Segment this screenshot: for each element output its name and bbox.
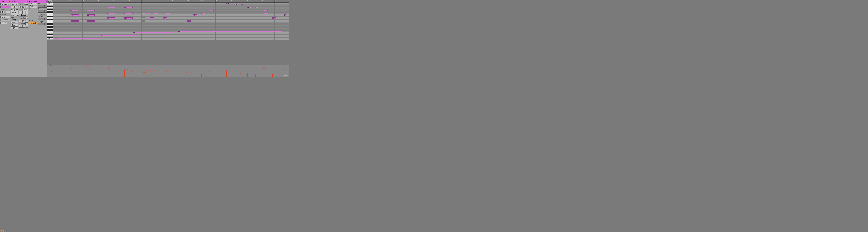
piano-key[interactable] (47, 32, 53, 34)
half-button[interactable]: :2 (11, 6, 14, 8)
velocity-head-icon[interactable] (166, 71, 167, 71)
velocity-head-icon[interactable] (124, 68, 125, 69)
piano-key[interactable] (47, 5, 53, 7)
linked-button[interactable]: Linked (29, 22, 37, 24)
midi-note[interactable]: B3 (235, 4, 238, 5)
sig-num[interactable]: 4 (0, 11, 4, 13)
env-param-dropdown[interactable]: Pitch Be (29, 6, 37, 8)
len-1[interactable]: 5 (19, 25, 22, 28)
pos-2[interactable]: 3 (22, 20, 25, 22)
env-loop-header[interactable]: Loop (38, 13, 47, 16)
pos-3[interactable]: 1 (26, 20, 29, 22)
midi-note[interactable]: B3 (241, 4, 243, 5)
midi-note[interactable]: E3 (71, 14, 79, 16)
velocity-head-icon[interactable] (89, 69, 90, 69)
velocity-head-icon[interactable] (255, 74, 256, 75)
velocity-head-icon[interactable] (201, 72, 202, 73)
notes-toggle-icon[interactable] (26, 1, 28, 2)
start-2[interactable]: 1 (22, 6, 25, 8)
end-1[interactable]: 7 (19, 11, 22, 14)
velocity-head-icon[interactable] (145, 72, 145, 73)
midi-note[interactable]: G3 (264, 10, 268, 11)
double-button[interactable]: *2 (15, 6, 19, 8)
midi-note[interactable]: C3 (187, 20, 191, 22)
velocity-head-icon[interactable] (264, 68, 265, 69)
piano-key[interactable] (47, 22, 53, 23)
midi-note[interactable] (142, 20, 145, 22)
velocity-marker[interactable] (71, 69, 71, 77)
midi-note[interactable]: D3 (272, 18, 276, 19)
midi-note[interactable]: C3 (87, 20, 95, 22)
velocity-head-icon[interactable] (226, 70, 227, 71)
end-set-button[interactable]: (Set) (23, 8, 28, 11)
nudge-left-button[interactable]: ≪ (0, 22, 4, 24)
velocity-marker[interactable] (110, 70, 110, 77)
midi-note[interactable]: A3 (124, 7, 132, 8)
midi-note[interactable]: F3 (107, 13, 115, 14)
velocity-head-icon[interactable] (186, 71, 187, 72)
midi-note[interactable]: F3 (202, 13, 206, 14)
note-grid[interactable]: ... C2G3E3C3G3E3C3D2A3F3D3A3F3D3E2F3D3F3… (53, 3, 289, 39)
start-3[interactable]: 1 (26, 6, 29, 8)
velocity-head-icon[interactable] (106, 66, 107, 67)
midi-note[interactable]: D3 (150, 18, 154, 19)
piano-key[interactable] (47, 35, 53, 37)
start-set-button[interactable]: (Set) (24, 3, 28, 5)
midi-note[interactable]: D2 (100, 35, 137, 36)
sub-box[interactable]: Sub --- (11, 24, 19, 26)
piano-key[interactable] (47, 18, 53, 19)
midi-note[interactable]: D3 (107, 18, 115, 19)
velocity-lane[interactable] (53, 65, 289, 77)
pgm-box[interactable]: Pgm --- (11, 26, 19, 29)
midi-note[interactable]: A3 (247, 7, 251, 8)
end-2[interactable]: 1 (22, 11, 25, 14)
velocity-marker[interactable] (235, 75, 236, 77)
midi-note[interactable]: F3 (264, 13, 268, 14)
midi-note[interactable]: E (284, 14, 287, 16)
velocity-marker[interactable] (143, 74, 144, 77)
velocity-head-icon[interactable] (193, 72, 194, 74)
piano-key[interactable] (47, 8, 53, 10)
piano-key[interactable] (47, 4, 53, 5)
velocity-head-icon[interactable] (150, 71, 151, 72)
midi-note[interactable]: F3 (154, 13, 158, 14)
clip-activator-icon[interactable] (8, 1, 10, 2)
groove-dropdown[interactable]: None (0, 16, 10, 18)
velocity-marker[interactable] (87, 67, 87, 77)
legato-button[interactable]: Legato (11, 11, 19, 14)
velocity-head-icon[interactable] (142, 71, 143, 72)
midi-note[interactable]: C3 (71, 20, 79, 22)
end-3[interactable]: 1 (26, 11, 29, 14)
ruler[interactable]: 33.23.33.444.24.34.455.25.35.466.26.36.4 (53, 0, 289, 3)
midi-note[interactable]: C4 (226, 3, 230, 4)
midi-note[interactable]: ... C2 (53, 38, 100, 39)
velocity-head-icon[interactable] (178, 71, 179, 72)
velocity-head-icon[interactable] (162, 71, 163, 72)
midi-note[interactable]: E3 (87, 14, 95, 16)
midi-note[interactable]: G3 (70, 10, 78, 11)
piano-key[interactable] (47, 31, 53, 32)
velocity-marker[interactable] (88, 69, 88, 77)
midi-note[interactable]: D3 (163, 18, 167, 19)
env-toggle-icon[interactable] (45, 1, 46, 2)
velocity-head-icon[interactable] (154, 70, 155, 71)
midi-note[interactable]: F3 (166, 13, 170, 14)
velocity-head-icon[interactable] (109, 69, 110, 69)
midi-note[interactable]: F2 (178, 31, 283, 32)
midi-note[interactable]: D3 (124, 18, 132, 19)
velocity-head-icon[interactable] (108, 68, 109, 69)
velocity-head-icon[interactable] (88, 67, 89, 68)
velocity-marker[interactable] (108, 69, 108, 77)
rev-button[interactable]: Rev (11, 8, 14, 11)
velocity-marker[interactable] (107, 68, 107, 77)
sig-den[interactable]: 4 (6, 11, 10, 13)
inv-button[interactable]: Inv (15, 8, 19, 11)
velocity-head-icon[interactable] (283, 69, 284, 70)
piano-key[interactable] (47, 10, 53, 11)
midi-note[interactable]: E3 (193, 14, 197, 16)
start-1[interactable]: 3 (19, 6, 22, 8)
clip-color[interactable] (0, 6, 10, 8)
clip-name[interactable]: 14-MIDI 1 (0, 3, 10, 5)
velocity-marker[interactable] (89, 70, 90, 77)
midi-note[interactable]: G3 (87, 10, 95, 11)
